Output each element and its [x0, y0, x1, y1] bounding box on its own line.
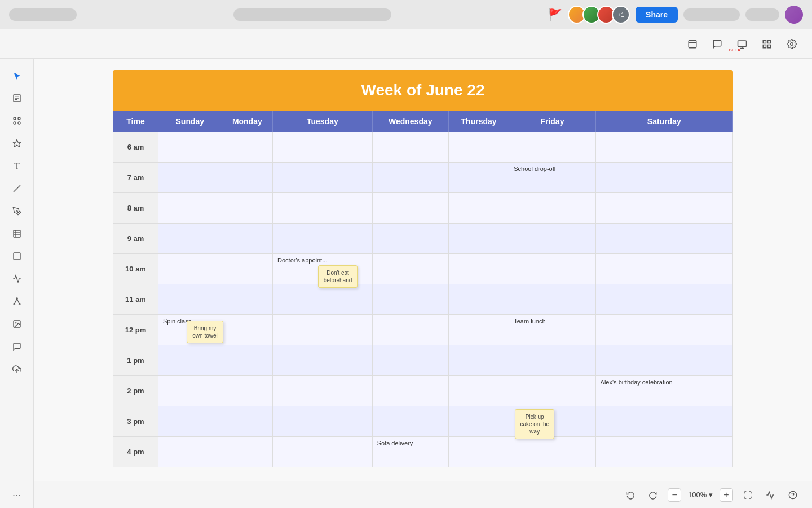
redo-icon[interactable]	[645, 487, 661, 503]
cell-wed-6am[interactable]	[372, 132, 448, 163]
cell-mon-8am[interactable]	[222, 193, 272, 224]
cell-thu-4pm[interactable]	[448, 437, 509, 467]
cell-tue-9am[interactable]	[273, 224, 373, 254]
cell-wed-9am[interactable]	[372, 224, 448, 254]
cell-fri-11am[interactable]	[509, 284, 595, 315]
cell-mon-6am[interactable]	[222, 132, 272, 163]
cell-sun-7am[interactable]	[158, 163, 222, 193]
sidebar-pen-icon[interactable]	[7, 201, 27, 221]
cell-thu-2pm[interactable]	[448, 376, 509, 406]
sidebar-upload-icon[interactable]	[7, 359, 27, 379]
cell-thu-12pm[interactable]	[448, 315, 509, 345]
cell-tue-2pm[interactable]	[273, 376, 373, 406]
cell-wed-3pm[interactable]	[372, 406, 448, 437]
cell-thu-10am[interactable]	[448, 254, 509, 284]
sidebar-text-icon[interactable]	[7, 156, 27, 176]
sidebar-frame-icon[interactable]	[7, 246, 27, 266]
sidebar-document-icon[interactable]	[7, 88, 27, 108]
cell-mon-12pm[interactable]	[222, 315, 272, 345]
cell-sun-4pm[interactable]	[158, 437, 222, 467]
cell-mon-11am[interactable]	[222, 284, 272, 315]
cell-thu-3pm[interactable]	[448, 406, 509, 437]
cell-mon-10am[interactable]	[222, 254, 272, 284]
sidebar-star-icon[interactable]	[7, 133, 27, 154]
cell-sat-8am[interactable]	[595, 193, 732, 224]
cell-tue-10am[interactable]: Doctor's appoint... Don't eat beforehand	[273, 254, 373, 284]
cell-sat-1pm[interactable]	[595, 345, 732, 376]
sidebar-chart-icon[interactable]	[7, 269, 27, 289]
cell-wed-4pm[interactable]: Sofa delivery	[372, 437, 448, 467]
cell-sat-3pm[interactable]	[595, 406, 732, 437]
sidebar-components-icon[interactable]	[7, 111, 27, 131]
cell-sat-4pm[interactable]	[595, 437, 732, 467]
cell-sun-1pm[interactable]	[158, 345, 222, 376]
cell-sat-9am[interactable]	[595, 224, 732, 254]
cell-tue-1pm[interactable]	[273, 345, 373, 376]
cell-mon-7am[interactable]	[222, 163, 272, 193]
comments-icon[interactable]	[708, 35, 726, 53]
cell-sun-11am[interactable]	[158, 284, 222, 315]
cell-wed-8am[interactable]	[372, 193, 448, 224]
cell-tue-12pm[interactable]	[273, 315, 373, 345]
sidebar-cursor-icon[interactable]	[7, 65, 27, 86]
activity-icon[interactable]	[762, 487, 778, 503]
cell-fri-3pm[interactable]: Pick up cake on the way	[509, 406, 595, 437]
cell-mon-1pm[interactable]	[222, 345, 272, 376]
sidebar-table-icon[interactable]	[7, 224, 27, 244]
cell-mon-9am[interactable]	[222, 224, 272, 254]
cell-tue-11am[interactable]	[273, 284, 373, 315]
help-icon[interactable]	[785, 487, 801, 503]
cell-sun-12pm[interactable]: Spin class Bring my own towel	[158, 315, 222, 345]
cell-sun-10am[interactable]	[158, 254, 222, 284]
cell-tue-8am[interactable]	[273, 193, 373, 224]
cell-sun-2pm[interactable]	[158, 376, 222, 406]
cell-wed-11am[interactable]	[372, 284, 448, 315]
cell-tue-3pm[interactable]	[273, 406, 373, 437]
sidebar-line-icon[interactable]	[7, 178, 27, 199]
grid-icon[interactable]	[758, 35, 776, 53]
cell-thu-8am[interactable]	[448, 193, 509, 224]
cell-fri-8am[interactable]	[509, 193, 595, 224]
cell-thu-9am[interactable]	[448, 224, 509, 254]
cell-mon-2pm[interactable]	[222, 376, 272, 406]
cell-fri-10am[interactable]	[509, 254, 595, 284]
sidebar-comment-icon[interactable]	[7, 336, 27, 357]
cell-sat-10am[interactable]	[595, 254, 732, 284]
sidebar-image-icon[interactable]	[7, 314, 27, 334]
cell-sun-6am[interactable]	[158, 132, 222, 163]
cell-fri-12pm[interactable]: Team lunch	[509, 315, 595, 345]
zoom-in-button[interactable]: +	[720, 488, 733, 502]
cell-sat-2pm[interactable]: Alex's birthday celebration	[595, 376, 732, 406]
zoom-out-button[interactable]: −	[668, 488, 681, 502]
cell-mon-3pm[interactable]	[222, 406, 272, 437]
cell-sat-7am[interactable]	[595, 163, 732, 193]
cell-fri-7am[interactable]: School drop-off	[509, 163, 595, 193]
cell-fri-9am[interactable]	[509, 224, 595, 254]
cell-mon-4pm[interactable]	[222, 437, 272, 467]
cell-sun-9am[interactable]	[158, 224, 222, 254]
share-button[interactable]: Share	[636, 7, 678, 23]
sidebar-network-icon[interactable]	[7, 291, 27, 312]
cell-wed-7am[interactable]	[372, 163, 448, 193]
cell-sun-8am[interactable]	[158, 193, 222, 224]
zoom-level[interactable]: 100% ▾	[688, 491, 713, 499]
sidebar-more-icon[interactable]: ···	[12, 489, 21, 501]
cell-tue-7am[interactable]	[273, 163, 373, 193]
pages-icon[interactable]	[683, 35, 701, 53]
cell-wed-2pm[interactable]	[372, 376, 448, 406]
cell-sat-12pm[interactable]	[595, 315, 732, 345]
cell-wed-1pm[interactable]	[372, 345, 448, 376]
cell-thu-11am[interactable]	[448, 284, 509, 315]
cell-tue-6am[interactable]	[273, 132, 373, 163]
cell-tue-4pm[interactable]	[273, 437, 373, 467]
cell-sat-11am[interactable]	[595, 284, 732, 315]
fit-screen-icon[interactable]	[740, 487, 756, 503]
cell-fri-2pm[interactable]	[509, 376, 595, 406]
cell-sat-6am[interactable]	[595, 132, 732, 163]
cell-thu-7am[interactable]	[448, 163, 509, 193]
cell-fri-1pm[interactable]	[509, 345, 595, 376]
cell-fri-4pm[interactable]	[509, 437, 595, 467]
cell-thu-6am[interactable]	[448, 132, 509, 163]
cell-sun-3pm[interactable]	[158, 406, 222, 437]
cell-wed-12pm[interactable]	[372, 315, 448, 345]
